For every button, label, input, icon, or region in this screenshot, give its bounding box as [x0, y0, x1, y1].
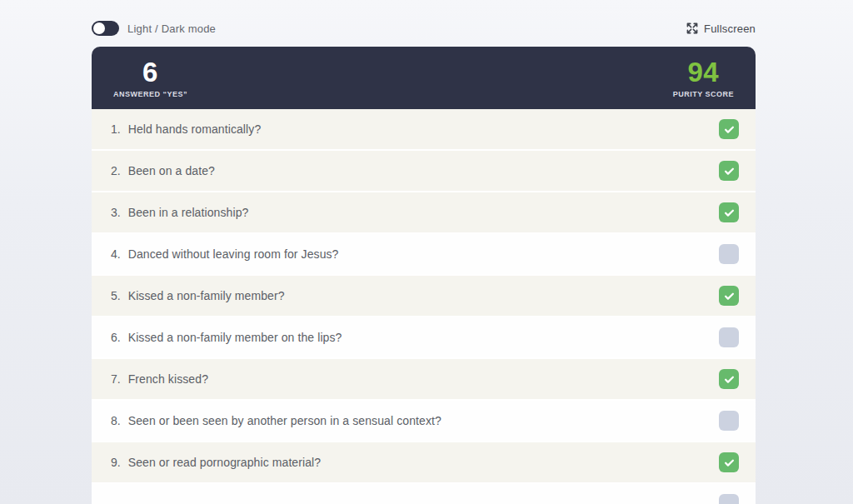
question-text: Kissed a non-family member?	[128, 289, 285, 302]
questions-list: 1. Held hands romantically? 2. Been on a…	[92, 109, 756, 504]
question: 8. Seen or been seen by another person i…	[111, 414, 441, 427]
question: 7. French kissed?	[111, 372, 208, 386]
question-checkbox[interactable]	[719, 494, 739, 504]
question: 6. Kissed a non-family member on the lip…	[111, 331, 342, 344]
question-number: 6.	[111, 331, 121, 344]
question-checkbox[interactable]	[719, 244, 739, 264]
question-checkbox[interactable]	[719, 119, 739, 139]
purity-score-block: 94 PURITY SCORE	[673, 58, 734, 98]
checkmark-icon	[723, 123, 736, 136]
question-text: Seen or read pornographic material?	[128, 456, 322, 469]
toggle-knob	[93, 22, 105, 34]
question-number: 2.	[111, 164, 121, 177]
question-number: 4.	[111, 247, 121, 261]
question-text: Danced without leaving room for Jesus?	[128, 247, 339, 261]
question-number: 3.	[111, 206, 121, 219]
question-checkbox[interactable]	[719, 327, 739, 347]
fullscreen-expand-icon	[686, 22, 698, 34]
checkmark-icon	[723, 457, 736, 469]
question-row[interactable]: 6. Kissed a non-family member on the lip…	[92, 317, 756, 359]
checkmark-icon	[723, 207, 736, 219]
question-row[interactable]: 1. Held hands romantically?	[92, 109, 756, 151]
toolbar: Light / Dark mode Fullscreen	[92, 17, 756, 40]
question-row[interactable]: 3. Been in a relationship?	[92, 192, 756, 234]
scoreboard: 6 ANSWERED “YES” 94 PURITY SCORE	[92, 47, 756, 109]
fullscreen-button[interactable]: Fullscreen	[686, 22, 756, 35]
purity-test-app: Light / Dark mode Fullscreen 6 ANSWERED …	[92, 17, 756, 504]
theme-toggle-group: Light / Dark mode	[92, 21, 216, 36]
question-checkbox[interactable]	[719, 411, 739, 431]
question: 4. Danced without leaving room for Jesus…	[111, 247, 339, 261]
purity-score-label: PURITY SCORE	[673, 91, 734, 98]
question-row[interactable]: 8. Seen or been seen by another person i…	[92, 401, 756, 442]
question-text: Been in a relationship?	[128, 206, 249, 219]
answered-yes-block: 6 ANSWERED “YES”	[113, 58, 187, 98]
question-number: 9.	[111, 456, 121, 469]
question-text: French kissed?	[128, 372, 208, 386]
theme-toggle-switch[interactable]	[92, 21, 119, 36]
question: 3. Been in a relationship?	[111, 206, 248, 219]
question-number: 5.	[111, 289, 121, 302]
fullscreen-label: Fullscreen	[704, 22, 756, 35]
question-checkbox[interactable]	[719, 286, 739, 306]
purity-score-value: 94	[687, 58, 719, 86]
question: 9. Seen or read pornographic material?	[111, 456, 321, 469]
question-row[interactable]: 9. Seen or read pornographic material?	[92, 442, 756, 484]
question-row[interactable]: 5. Kissed a non-family member?	[92, 276, 756, 317]
question-text: Held hands romantically?	[128, 122, 262, 136]
theme-toggle-label: Light / Dark mode	[127, 22, 216, 35]
question-number: 7.	[111, 372, 121, 386]
question-checkbox[interactable]	[719, 369, 739, 389]
question-text: Been on a date?	[128, 164, 215, 177]
question-checkbox[interactable]	[719, 452, 739, 472]
question-number: 1.	[111, 122, 121, 136]
checkmark-icon	[723, 165, 736, 177]
question: 2. Been on a date?	[111, 164, 215, 177]
answered-yes-count: 6	[142, 58, 158, 86]
question: 1. Held hands romantically?	[111, 122, 261, 136]
question-checkbox[interactable]	[719, 161, 739, 181]
question-number: 8.	[111, 414, 121, 427]
answered-yes-label: ANSWERED “YES”	[113, 91, 187, 98]
question-row[interactable]: 7. French kissed?	[92, 359, 756, 401]
question-text: Kissed a non-family member on the lips?	[128, 331, 342, 344]
checkmark-icon	[723, 373, 736, 386]
question-checkbox[interactable]	[719, 202, 739, 222]
checkmark-icon	[723, 290, 736, 302]
question-row[interactable]: 4. Danced without leaving room for Jesus…	[92, 234, 756, 276]
question-row[interactable]	[92, 484, 756, 504]
question-text: Seen or been seen by another person in a…	[128, 414, 441, 427]
question: 5. Kissed a non-family member?	[111, 289, 285, 302]
question-row[interactable]: 2. Been on a date?	[92, 151, 756, 192]
